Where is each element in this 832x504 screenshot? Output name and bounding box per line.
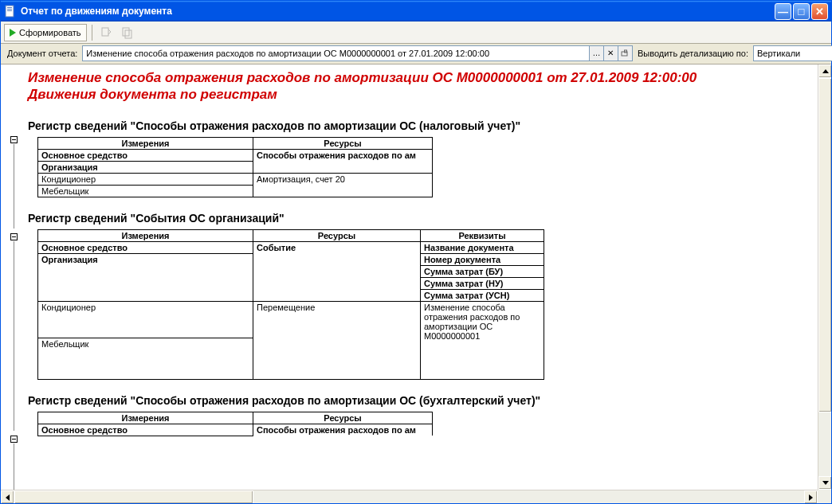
table-row: Основное средство Событие Название докум… (38, 241, 544, 253)
col-dimensions: Измерения (38, 229, 253, 241)
minimize-button[interactable]: — (775, 3, 791, 20)
cell: Мебельщик (38, 338, 253, 379)
toolbar-separator (92, 25, 92, 41)
col-resources: Ресурсы (253, 412, 433, 424)
cell: Основное средство (38, 241, 253, 253)
col-dimensions: Измерения (38, 412, 253, 424)
col-dimensions: Измерения (38, 137, 253, 149)
table-row: Измерения Ресурсы (38, 412, 433, 424)
document-label: Документ отчета: (7, 49, 77, 58)
table-row: Основное средство Способы отражения расх… (38, 424, 433, 436)
section3-title: Регистр сведений "Способы отражения расх… (28, 394, 828, 407)
table-row: Измерения Ресурсы (38, 137, 433, 149)
outline-line-3 (14, 443, 14, 491)
titlebar: Отчет по движениям документа — □ ✕ (1, 1, 831, 21)
section1-table: Измерения Ресурсы Основное средство Спос… (37, 137, 433, 197)
cell: Основное средство (38, 424, 253, 436)
cell: Сумма затрат (УСН) (421, 289, 544, 301)
document-input[interactable] (82, 45, 590, 61)
document-field: … ✕ (82, 45, 633, 61)
cell: Сумма затрат (НУ) (421, 277, 544, 289)
table-row: Измерения Ресурсы Реквизиты (38, 229, 544, 241)
cell: Перемещение (253, 301, 421, 379)
cell: Организация (38, 253, 253, 301)
cell: Мебельщик (38, 185, 253, 197)
section1-title: Регистр сведений "Способы отражения расх… (28, 119, 828, 132)
section2-title: Регистр сведений "События ОС организаций… (28, 212, 828, 225)
vertical-scrollbar[interactable] (818, 64, 831, 490)
section2-table: Измерения Ресурсы Реквизиты Основное сре… (37, 229, 544, 380)
scroll-left-button[interactable] (1, 490, 14, 503)
cell: Событие (253, 241, 421, 301)
col-requisites: Реквизиты (421, 229, 544, 241)
scroll-h-thumb[interactable] (14, 490, 253, 503)
cell: Изменение способа отражения расходов по … (421, 301, 544, 379)
outline-node-2[interactable] (10, 233, 18, 240)
scroll-right-button[interactable] (804, 490, 818, 503)
scroll-down-button[interactable] (818, 476, 831, 490)
cell: Организация (38, 161, 253, 173)
cell: Основное средство (38, 149, 253, 161)
param-row: Документ отчета: … ✕ Выводить детализаци… (1, 44, 831, 64)
document-open-button[interactable] (618, 45, 633, 61)
scroll-v-thumb[interactable] (818, 78, 831, 412)
section3-table: Измерения Ресурсы Основное средство Спос… (37, 412, 433, 436)
outline-node-3[interactable] (10, 436, 18, 443)
svg-rect-5 (123, 28, 129, 36)
window-title: Отчет по движениям документа (21, 6, 775, 17)
cell: Способы отражения расходов по ам (253, 424, 433, 436)
generate-button[interactable]: Сформировать (4, 24, 87, 41)
horizontal-scrollbar[interactable] (1, 490, 818, 503)
svg-rect-6 (125, 30, 131, 38)
outline-line-2 (14, 241, 14, 431)
cell: Сумма затрат (БУ) (421, 265, 544, 277)
outline-node-1[interactable] (10, 136, 18, 143)
scroll-up-button[interactable] (818, 64, 831, 78)
tool-icon-1[interactable] (97, 24, 115, 41)
detail-combo (753, 45, 825, 61)
svg-rect-1 (7, 7, 12, 8)
cell: Номер документа (421, 253, 544, 265)
cell: Название документа (421, 241, 544, 253)
table-row: Кондиционер Перемещение Изменение способ… (38, 301, 544, 338)
svg-rect-4 (102, 28, 108, 36)
toolbar: Сформировать (1, 21, 831, 44)
svg-rect-2 (7, 9, 12, 10)
play-icon (10, 29, 16, 37)
app-icon (4, 5, 17, 18)
generate-label: Сформировать (19, 28, 81, 37)
scroll-corner (818, 490, 831, 503)
table-row: Основное средство Способы отражения расх… (38, 149, 433, 161)
report-heading: Изменение способа отражения расходов по … (28, 69, 828, 104)
close-button[interactable]: ✕ (811, 3, 828, 20)
table-row: Кондиционер Амортизация, счет 20 (38, 173, 433, 185)
detail-input[interactable] (753, 45, 832, 61)
tool-icon-2[interactable] (118, 24, 135, 41)
maximize-button[interactable]: □ (793, 3, 810, 20)
app-window: Отчет по движениям документа — □ ✕ Сформ… (0, 0, 832, 504)
outline-line-1 (14, 144, 14, 229)
content-area: Изменение способа отражения расходов по … (1, 64, 831, 503)
heading-line1: Изменение способа отражения расходов по … (28, 70, 697, 85)
report-body: Изменение способа отражения расходов по … (25, 64, 831, 503)
col-resources: Ресурсы (253, 229, 421, 241)
window-controls: — □ ✕ (775, 3, 828, 20)
heading-line2: Движения документа по регистрам (28, 87, 277, 102)
document-select-button[interactable]: … (590, 45, 604, 61)
col-resources: Ресурсы (253, 137, 433, 149)
cell: Способы отражения расходов по ам (253, 149, 433, 173)
outline-gutter (1, 64, 25, 503)
detail-label: Выводить детализацию по: (638, 49, 748, 58)
cell: Кондиционер (38, 301, 253, 338)
svg-rect-3 (7, 10, 12, 11)
document-clear-button[interactable]: ✕ (604, 45, 618, 61)
cell: Амортизация, счет 20 (253, 173, 433, 197)
cell: Кондиционер (38, 173, 253, 185)
